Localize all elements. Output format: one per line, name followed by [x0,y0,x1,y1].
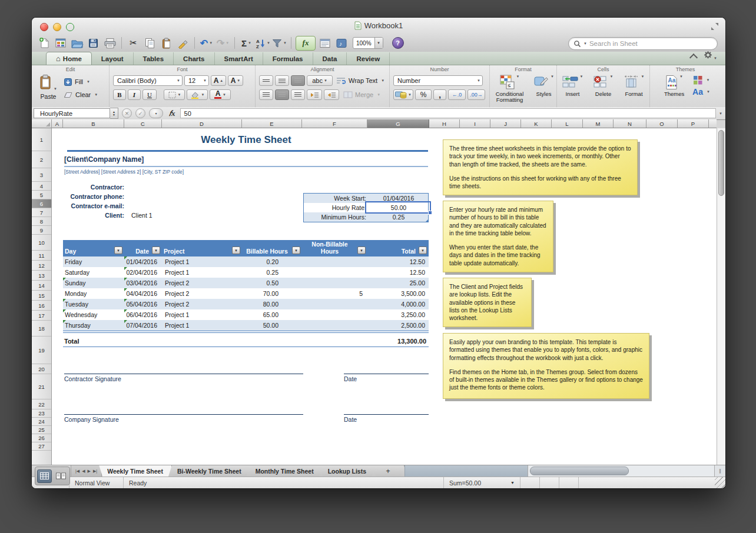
cell-nonbillable[interactable] [302,256,367,267]
cell-date[interactable]: 06/04/2016 [124,309,162,320]
search-input[interactable] [588,39,712,48]
row-header-5[interactable]: 5 [32,191,51,199]
cell-project[interactable]: Project 2 [162,288,242,299]
row-header-12[interactable]: 12 [32,261,51,271]
toolbox-button[interactable] [317,36,332,50]
italic-button[interactable]: I [128,89,141,100]
row-header-22[interactable]: 22 [32,399,51,409]
increase-decimal-button[interactable]: .00→ [467,89,485,100]
cell-date[interactable]: 02/04/2016 [124,267,162,278]
row-header-18[interactable]: 18 [32,321,51,337]
minimum-hours-row[interactable]: Minimum Hours: 0.25 [304,212,428,222]
column-header-J[interactable]: J [490,119,521,128]
wrap-text-button[interactable]: Wrap Text▼ [336,74,384,87]
row-header-9[interactable]: 9 [32,226,51,235]
template-gallery-button[interactable] [53,36,68,50]
table-row[interactable]: Sunday03/04/2016Project 20.5025.00 [63,278,429,288]
percent-button[interactable]: % [415,89,432,100]
decrease-indent-button[interactable] [307,89,322,100]
cell-day[interactable]: Wednesday [63,309,124,320]
cell-day[interactable]: Tuesday [63,299,124,309]
cell-day[interactable]: Monday [63,288,124,299]
column-header-B[interactable]: B [63,119,124,128]
open-button[interactable] [69,36,84,50]
normal-view-button[interactable] [37,469,52,483]
cell-total[interactable]: 3,250.00 [367,309,429,320]
row-header-15[interactable]: 15 [32,291,51,301]
cell-date[interactable]: 01/04/2016 [124,256,162,267]
increase-font-button[interactable]: A▲ [211,75,226,86]
horizontal-scrollbar[interactable] [528,465,714,477]
cell-date[interactable]: 07/04/2016 [124,320,162,331]
column-header-P[interactable]: P [678,119,709,128]
table-row[interactable]: Monday04/04/2016Project 270.0053,500.00 [63,288,429,299]
collapse-ribbon-icon[interactable] [689,53,698,61]
fullscreen-icon[interactable] [711,22,719,31]
number-format-select[interactable]: Number▼ [393,75,483,86]
autosum-button[interactable]: Σ▼ [239,36,254,50]
column-header-H[interactable]: H [429,119,460,128]
borders-button[interactable]: ▼ [164,89,185,100]
ribbon-tab-home[interactable]: ⌂Home [46,52,92,65]
cancel-entry-button[interactable]: ✕ [122,108,132,118]
underline-button[interactable]: U [142,89,157,100]
filter-button[interactable]: ▼ [292,246,300,254]
cell-billable[interactable]: 80.00 [242,299,302,309]
column-header-O[interactable]: O [646,119,678,128]
resize-grip[interactable] [715,477,725,488]
align-right-button[interactable] [291,89,305,100]
cell-date[interactable]: 03/04/2016 [124,278,162,288]
insert-cells-button[interactable]: ▼ Insert [561,75,585,106]
conditional-formatting-button[interactable]: ≤▼ Conditional Formatting [492,75,528,106]
cell-project[interactable]: Project 1 [162,267,242,278]
align-left-button[interactable] [259,89,273,100]
bold-button[interactable]: B [113,89,126,100]
column-header-K[interactable]: K [521,119,552,128]
formula-builder-button[interactable]: fx [296,36,316,51]
table-row[interactable]: Tuesday05/04/2016Project 280.004,000.00 [63,299,429,309]
redo-button[interactable]: ↷▼ [215,36,230,50]
clear-button[interactable]: Clear▼ [64,88,98,101]
cell-project[interactable]: Project 2 [162,278,242,288]
cell-billable[interactable]: 0.25 [242,267,302,278]
zoom-control[interactable]: 100%▼ [353,37,383,49]
comma-button[interactable]: , [433,89,446,100]
decrease-font-button[interactable]: A▼ [228,75,243,86]
sort-button[interactable]: AZ▼ [256,36,270,50]
row-header-14[interactable]: 14 [32,281,51,291]
cell-nonbillable[interactable] [302,278,367,288]
cell-nonbillable[interactable] [302,299,367,309]
new-workbook-button[interactable] [37,36,51,50]
column-header-F[interactable]: F [302,119,367,128]
vertical-scrollbar[interactable] [717,128,725,465]
column-header-D[interactable]: D [162,119,242,128]
decrease-decimal-button[interactable]: ←.0 [448,89,466,100]
cell-billable[interactable]: 50.00 [242,320,302,331]
table-row[interactable]: Wednesday06/04/2016Project 165.003,250.0… [63,309,429,320]
row-header-17[interactable]: 17 [32,311,51,321]
cell-total[interactable]: 25.00 [367,278,429,288]
prev-sheet-icon[interactable]: ◀ [82,469,85,474]
cell-billable[interactable]: 65.00 [242,309,302,320]
row-header-8[interactable]: 8 [32,217,51,226]
undo-button[interactable]: ↶▼ [199,36,214,50]
print-button[interactable] [102,36,117,50]
cell-date[interactable]: 04/04/2016 [124,288,162,299]
sheet-tab-monthly-time-sheet[interactable]: Monthly Time Sheet [247,465,323,477]
cell-project[interactable]: Project 1 [162,320,242,331]
paste-button[interactable] [159,36,174,50]
ribbon-gear-button[interactable]: ▼ [704,51,717,62]
help-button[interactable]: ? [392,37,404,49]
close-button[interactable] [40,23,48,31]
column-header-I[interactable]: I [460,119,490,128]
cell-billable[interactable]: 0.50 [242,278,302,288]
row-header-11[interactable]: 11 [32,251,51,261]
column-header-A[interactable]: A [52,119,63,128]
cell-project[interactable]: Project 1 [162,256,242,267]
table-row[interactable]: Friday01/04/2016Project 10.2012.50 [63,256,429,267]
row-header-16[interactable]: 16 [32,301,51,311]
theme-colors-button[interactable]: ▼ [693,75,710,85]
vertical-scrollbar-thumb[interactable] [718,130,724,196]
paste-button[interactable]: ▼ Paste [37,74,60,100]
search-scope-caret-icon[interactable]: ▼ [583,42,587,45]
